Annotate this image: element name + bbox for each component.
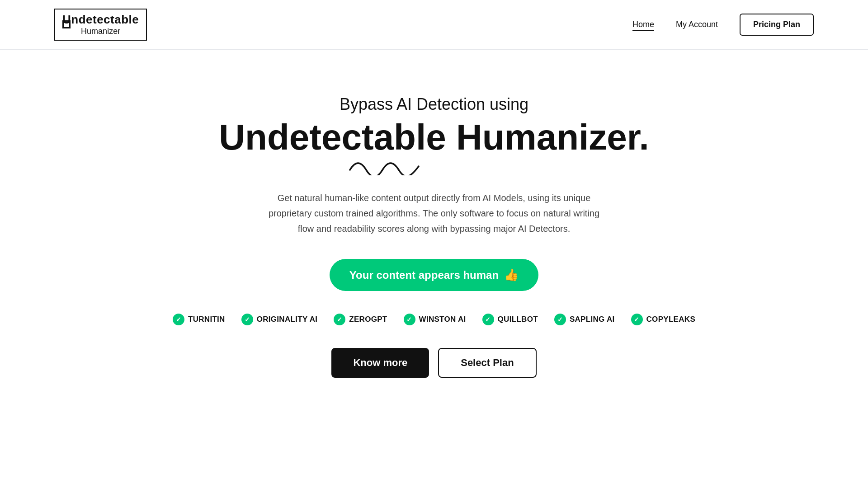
badge-label-originality: ORIGINALITY AI (257, 315, 318, 324)
hero-subtitle: Bypass AI Detection using (340, 95, 528, 114)
header: Undetectable Humanizer Home My Account P… (0, 0, 868, 50)
nav: Home My Account Pricing Plan (632, 14, 814, 36)
badge-copyleaks: ✓ COPYLEAKS (631, 314, 696, 325)
badge-label-quillbot: QUILLBOT (498, 315, 538, 324)
nav-my-account[interactable]: My Account (676, 20, 718, 29)
logo-sub: Humanizer (81, 27, 120, 36)
check-icon-turnitin: ✓ (173, 314, 184, 325)
badge-winston: ✓ WINSTON AI (404, 314, 466, 325)
badge-quillbot: ✓ QUILLBOT (482, 314, 538, 325)
thumbs-up-icon: 👍 (504, 268, 519, 282)
check-icon-originality: ✓ (241, 314, 253, 325)
logo: Undetectable Humanizer (54, 9, 147, 41)
know-more-button[interactable]: Know more (331, 348, 429, 378)
check-icon-sapling: ✓ (554, 314, 566, 325)
badge-originality: ✓ ORIGINALITY AI (241, 314, 318, 325)
badge-label-zerogpt: ZEROGPT (349, 315, 387, 324)
nav-home[interactable]: Home (632, 20, 654, 29)
select-plan-button[interactable]: Select Plan (438, 348, 536, 378)
logo-name: Undetectable (62, 13, 139, 27)
badge-label-copyleaks: COPYLEAKS (646, 315, 696, 324)
badge-label-winston: WINSTON AI (419, 315, 466, 324)
logo-box: Undetectable Humanizer (54, 9, 147, 41)
pricing-plan-button[interactable]: Pricing Plan (740, 14, 814, 36)
check-icon-copyleaks: ✓ (631, 314, 643, 325)
check-icon-quillbot: ✓ (482, 314, 494, 325)
logo-text: Undetectable Humanizer (62, 13, 139, 36)
badge-label-turnitin: TURNITIN (188, 315, 225, 324)
badges-row: ✓ TURNITIN ✓ ORIGINALITY AI ✓ ZEROGPT ✓ … (173, 314, 695, 325)
badge-turnitin: ✓ TURNITIN (173, 314, 225, 325)
content-appears-label: Your content appears human (349, 269, 499, 282)
badge-sapling: ✓ SAPLING AI (554, 314, 615, 325)
badge-label-sapling: SAPLING AI (570, 315, 615, 324)
hero-description: Get natural human-like content output di… (262, 190, 606, 236)
check-icon-zerogpt: ✓ (334, 314, 345, 325)
main-content: Bypass AI Detection using Undetectable H… (0, 50, 868, 378)
badge-zerogpt: ✓ ZEROGPT (334, 314, 387, 325)
content-appears-button[interactable]: Your content appears human 👍 (330, 259, 538, 291)
hero-title: Undetectable Humanizer. (219, 117, 649, 157)
check-icon-winston: ✓ (404, 314, 415, 325)
cta-buttons-row: Know more Select Plan (331, 348, 536, 378)
hero-squiggle (348, 157, 520, 177)
